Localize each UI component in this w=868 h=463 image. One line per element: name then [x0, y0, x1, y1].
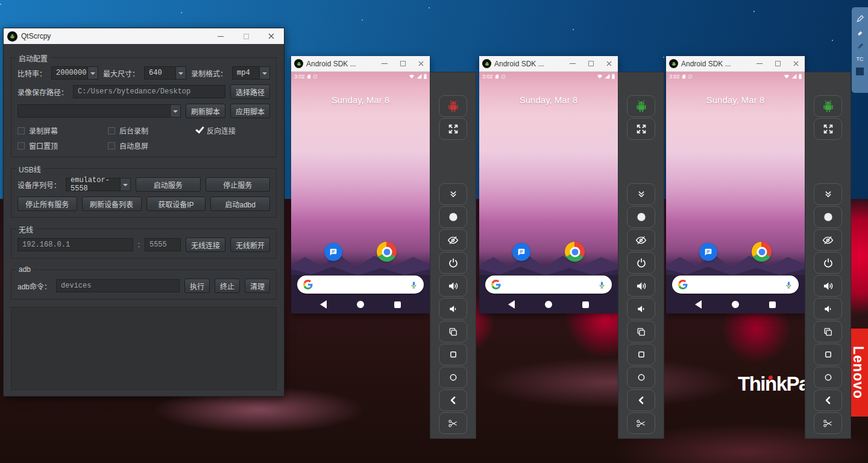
fullscreen-button[interactable]	[627, 118, 655, 140]
adb-terminate-button[interactable]: 终止	[215, 279, 240, 293]
nav-recents-button[interactable]	[582, 301, 589, 308]
home-button[interactable]	[814, 367, 842, 388]
launch-checkbox[interactable]: 录制屏幕	[17, 125, 108, 136]
maximize-button[interactable]	[233, 28, 259, 44]
expand-notifications-button[interactable]	[439, 183, 467, 205]
power-button[interactable]	[439, 252, 467, 274]
adb-clear-button[interactable]: 清理	[245, 279, 270, 293]
home-button[interactable]	[439, 367, 467, 388]
maximize-button[interactable]	[582, 56, 600, 71]
choose-path-button[interactable]: 选择路径	[230, 84, 270, 99]
nav-recents-button[interactable]	[769, 301, 776, 308]
launch-checkbox[interactable]: 自动息屏	[108, 140, 195, 151]
eraser-icon[interactable]	[856, 28, 864, 37]
save-path-input[interactable]: C:/Users/bytedance/Desktop	[73, 85, 225, 98]
android-screen[interactable]: 3:02 Sunday, Mar 8	[666, 72, 805, 313]
touch-button[interactable]	[627, 206, 655, 228]
app-group-button[interactable]	[814, 95, 842, 117]
back-button[interactable]	[814, 389, 842, 411]
start-service-button[interactable]: 启动服务	[136, 177, 201, 192]
mic-icon[interactable]	[598, 281, 606, 289]
stop-all-services-button[interactable]: 停止所有服务	[17, 197, 77, 211]
apply-script-button[interactable]: 应用脚本	[230, 104, 270, 118]
launch-checkbox[interactable]: 反向连接	[195, 125, 270, 136]
volume-down-button[interactable]	[439, 298, 467, 320]
power-button[interactable]	[627, 252, 655, 274]
volume-up-button[interactable]	[627, 275, 655, 297]
fullscreen-button[interactable]	[814, 118, 842, 140]
back-button[interactable]	[439, 389, 467, 411]
close-button[interactable]	[600, 56, 618, 71]
minimize-button[interactable]	[750, 56, 769, 71]
start-adbd-button[interactable]: 启动adbd	[210, 197, 270, 211]
power-button[interactable]	[814, 252, 842, 274]
nav-back-button[interactable]	[508, 300, 515, 309]
fullscreen-button[interactable]	[439, 118, 467, 140]
volume-up-button[interactable]	[814, 275, 842, 297]
stop-service-button[interactable]: 停止服务	[206, 177, 271, 192]
refresh-script-button[interactable]: 刷新脚本	[186, 104, 225, 118]
volume-down-button[interactable]	[627, 298, 655, 320]
nav-recents-button[interactable]	[394, 301, 401, 308]
minimize-button[interactable]	[376, 56, 394, 71]
messages-app-icon[interactable]	[699, 243, 717, 261]
console-output[interactable]	[11, 307, 277, 390]
touch-button[interactable]	[814, 206, 842, 228]
google-search-bar[interactable]	[485, 276, 612, 294]
maximize-button[interactable]	[769, 56, 787, 71]
android-window-titlebar[interactable]: Android SDK ...	[666, 56, 805, 72]
refresh-devices-button[interactable]: 刷新设备列表	[82, 197, 142, 211]
expand-notifications-button[interactable]	[627, 183, 655, 205]
expand-notifications-button[interactable]	[814, 183, 842, 205]
app-group-button[interactable]	[439, 95, 467, 117]
launch-checkbox[interactable]: 后台录制	[108, 125, 195, 136]
wireless-connect-button[interactable]: 无线连接	[186, 238, 225, 252]
android-window-titlebar[interactable]: Android SDK ...	[291, 56, 430, 72]
color-swatch-icon[interactable]	[856, 68, 864, 75]
minimize-button[interactable]	[564, 56, 582, 71]
nav-home-button[interactable]	[357, 301, 364, 308]
adb-command-input[interactable]: devices	[56, 279, 180, 292]
get-device-ip-button[interactable]: 获取设备IP	[146, 197, 206, 211]
script-select[interactable]	[17, 104, 181, 118]
android-window-titlebar[interactable]: Android SDK ...	[479, 56, 618, 72]
adb-execute-button[interactable]: 执行	[184, 279, 210, 293]
messages-app-icon[interactable]	[324, 243, 342, 261]
android-screen[interactable]: 3:02 Sunday, Mar 8	[479, 72, 618, 313]
nav-back-button[interactable]	[320, 300, 327, 309]
wireless-port-input[interactable]: 5555	[145, 238, 181, 251]
back-button[interactable]	[627, 389, 655, 411]
volume-down-button[interactable]	[814, 298, 842, 320]
mic-icon[interactable]	[785, 281, 793, 289]
close-button[interactable]	[787, 56, 805, 71]
volume-up-button[interactable]	[439, 275, 467, 297]
chrome-app-icon[interactable]	[752, 242, 772, 262]
record-format-select[interactable]: mp4	[232, 66, 270, 80]
app-switch-button[interactable]	[439, 321, 467, 342]
google-search-bar[interactable]	[297, 276, 424, 294]
touch-button[interactable]	[439, 206, 467, 228]
nav-back-button[interactable]	[695, 300, 702, 309]
nav-home-button[interactable]	[732, 301, 739, 308]
launch-checkbox[interactable]: 窗口置顶	[17, 140, 108, 151]
minimize-button[interactable]	[208, 28, 233, 44]
close-button[interactable]	[412, 56, 430, 71]
app-switch-button[interactable]	[627, 321, 655, 342]
messages-app-icon[interactable]	[512, 243, 530, 261]
pen-icon[interactable]	[856, 14, 864, 23]
screenshot-button[interactable]	[439, 412, 467, 434]
screenshot-button[interactable]	[814, 412, 842, 434]
menu-button[interactable]	[814, 344, 842, 365]
screenshot-button[interactable]	[627, 412, 655, 434]
home-button[interactable]	[627, 367, 655, 388]
android-screen[interactable]: 3:02 Sunday, Mar 8	[291, 72, 430, 313]
screen-off-button[interactable]	[439, 229, 467, 251]
mic-icon[interactable]	[410, 281, 418, 289]
screen-off-button[interactable]	[814, 229, 842, 251]
wireless-disconnect-button[interactable]: 无线断开	[230, 238, 270, 252]
qtscrcpy-titlebar[interactable]: QtScrcpy	[4, 28, 284, 44]
menu-button[interactable]	[627, 344, 655, 365]
close-button[interactable]	[259, 28, 284, 44]
menu-button[interactable]	[439, 344, 467, 365]
wireless-ip-input[interactable]: 192.168.0.1	[17, 238, 133, 251]
